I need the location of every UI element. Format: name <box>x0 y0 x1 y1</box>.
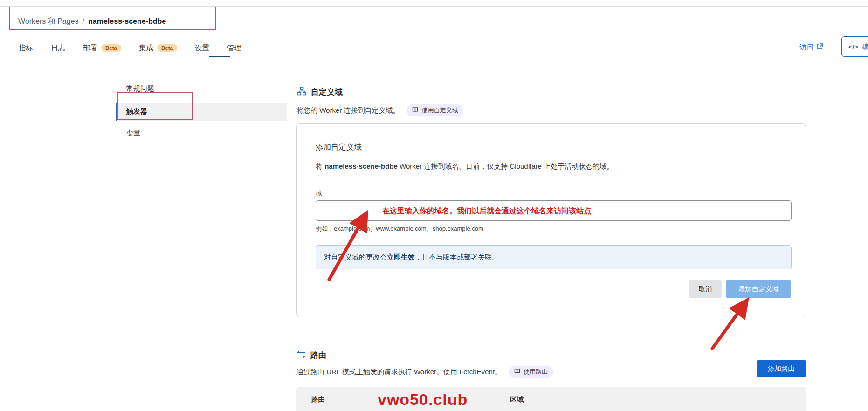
tab-logs[interactable]: 日志 <box>51 43 65 53</box>
domain-input[interactable] <box>316 200 792 221</box>
domain-helper-text: 例如，example.com、www.example.com、shop.exam… <box>316 225 483 233</box>
breadcrumb-parent[interactable]: Workers 和 Pages <box>18 17 79 25</box>
routes-title: 路由 <box>310 350 326 361</box>
add-custom-domain-button[interactable]: 添加自定义域 <box>726 280 791 298</box>
sitemap-icon <box>297 87 306 97</box>
edit-code-button[interactable]: </> 编 <box>841 36 868 57</box>
zone-column-header: 区域 <box>510 395 524 404</box>
workers-settings-page: Workers 和 Pages/nameless-scene-bdbe 指标 日… <box>0 0 868 411</box>
domain-field-label: 域 <box>316 189 322 198</box>
active-tab-indicator <box>209 56 230 57</box>
beta-badge: Beta <box>101 44 121 52</box>
custom-domain-subtitle-row: 将您的 Worker 连接到自定义域。 使用自定义域 <box>296 104 463 116</box>
sidebar-item-variables[interactable]: 变量 <box>126 129 140 137</box>
breadcrumb-current: nameless-scene-bdbe <box>88 17 166 25</box>
worker-name: nameless-scene-bdbe <box>324 162 398 170</box>
breadcrumb-separator: / <box>83 17 84 25</box>
top-divider <box>0 6 868 7</box>
swap-arrows-icon <box>296 350 306 360</box>
custom-domain-header: 自定义域 <box>297 87 343 97</box>
breadcrumb: Workers 和 Pages/nameless-scene-bdbe <box>18 17 166 27</box>
tab-manage[interactable]: 管理 <box>227 43 241 53</box>
tab-bar-divider <box>0 58 868 58</box>
card-title: 添加自定义域 <box>316 142 362 152</box>
add-route-button[interactable]: 添加路由 <box>757 360 806 377</box>
sidebar-item-triggers[interactable]: 触发器 <box>126 107 147 116</box>
book-icon <box>412 107 418 114</box>
tab-settings[interactable]: 设置 <box>195 43 209 53</box>
cancel-button[interactable]: 取消 <box>689 280 722 298</box>
routes-table-header: 路由 区域 <box>296 387 806 411</box>
visit-link[interactable]: 访问 <box>799 43 823 52</box>
card-body: 将 nameless-scene-bdbe Worker 连接到域名。目前，仅支… <box>316 162 613 171</box>
code-icon: </> <box>848 43 859 50</box>
external-link-icon <box>817 43 823 51</box>
docs-pill-custom-domain[interactable]: 使用自定义域 <box>407 104 463 116</box>
docs-pill-routes[interactable]: 使用路由 <box>509 366 553 378</box>
beta-badge: Beta <box>157 44 177 52</box>
tab-integrations[interactable]: 集成Beta <box>139 43 177 53</box>
tab-metrics[interactable]: 指标 <box>19 43 33 53</box>
info-banner: 对自定义域的更改会立即生效，且不与版本或部署关联。 <box>316 245 792 269</box>
book-icon <box>514 368 520 376</box>
tab-bar: 指标 日志 部署Beta 集成Beta 设置 管理 <box>19 41 241 55</box>
custom-domain-title: 自定义域 <box>311 87 343 97</box>
route-column-header: 路由 <box>311 395 325 404</box>
routes-header: 路由 <box>296 350 326 361</box>
sidebar-item-general[interactable]: 常规问题 <box>126 84 154 93</box>
tab-deployments[interactable]: 部署Beta <box>83 43 121 53</box>
routes-subtitle-row: 通过路由 URL 模式上触发的请求执行 Worker。使用 FetchEvent… <box>296 366 553 378</box>
